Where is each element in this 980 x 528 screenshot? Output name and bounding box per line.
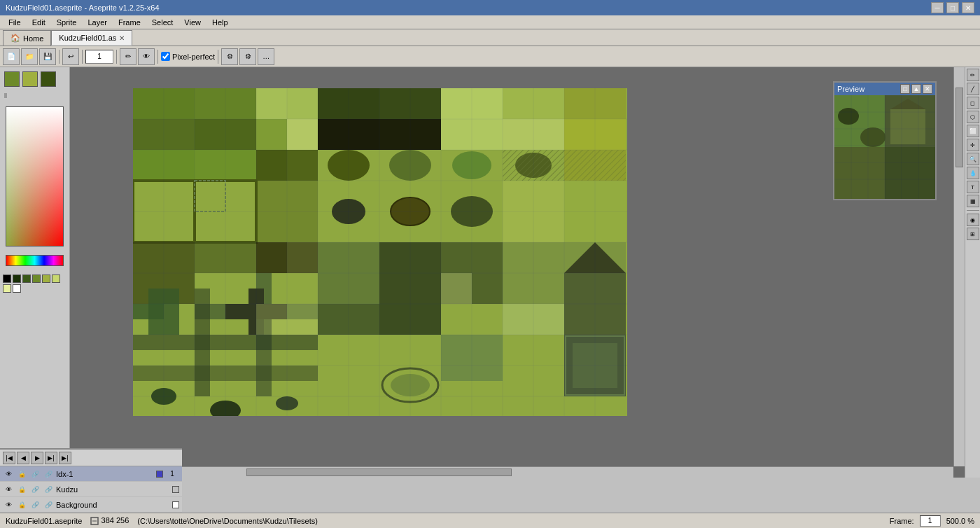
canvas-area[interactable]: Preview □ ▲ ✕ <box>70 67 965 478</box>
zoom-input[interactable] <box>85 50 113 64</box>
layer-row-kudzu[interactable]: 👁 🔒 🔗 🔗 Kudzu <box>0 482 182 497</box>
anim-prev-button[interactable]: ◀ <box>17 452 29 464</box>
right-tool-eraser[interactable]: ◻ <box>967 97 979 109</box>
zoom-suffix: % <box>967 517 974 525</box>
menu-edit[interactable]: Edit <box>27 17 51 28</box>
palette-swatch-3[interactable] <box>32 275 41 283</box>
palette-swatch-5[interactable] <box>52 275 60 283</box>
status-right: Frame: 500.0 % <box>890 515 974 527</box>
preview-restore-button[interactable]: □ <box>900 84 910 94</box>
svg-rect-41 <box>256 242 287 273</box>
layer-row-background[interactable]: 👁 🔒 🔗 🔗 Background <box>0 497 182 513</box>
minimize-button[interactable]: ─ <box>931 2 944 13</box>
right-tool-line[interactable]: ╱ <box>967 83 979 95</box>
preview-maximize-button[interactable]: ▲ <box>911 84 921 94</box>
toolbar-brush-button[interactable]: ✏ <box>120 48 136 65</box>
layer-lock-icon-bg[interactable]: 🔒 <box>16 499 27 510</box>
h-scrollbar[interactable] <box>70 466 953 478</box>
layer-name-idx1: Idx-1 <box>56 470 154 478</box>
menu-layer[interactable]: Layer <box>82 17 113 28</box>
preview-window: Preview □ ▲ ✕ <box>833 81 937 200</box>
preview-controls: □ ▲ ✕ <box>900 84 932 94</box>
layer-visibility-icon-idx1[interactable]: 👁 <box>3 468 14 480</box>
background-color[interactable] <box>22 71 38 87</box>
menu-sprite[interactable]: Sprite <box>51 17 83 28</box>
frame-input[interactable] <box>920 515 941 527</box>
preview-title-bar[interactable]: Preview □ ▲ ✕ <box>834 83 935 95</box>
layer-link2-icon-kudzu[interactable]: 🔗 <box>43 484 54 495</box>
toolbar-settings-button[interactable]: ⚙ <box>221 48 238 65</box>
toolbar-new-button[interactable]: 📄 <box>3 48 20 65</box>
toolbar-save-button[interactable]: 💾 <box>39 48 56 65</box>
right-tool-pencil[interactable]: ✏ <box>967 69 979 81</box>
svg-point-107 <box>838 108 859 125</box>
right-panel: ✏ ╱ ◻ ⬡ ⬜ ✛ 🔍 💧 T ▦ ◉ ⊞ <box>965 67 980 478</box>
right-tool-extra2[interactable]: ⊞ <box>967 228 979 240</box>
menu-frame[interactable]: Frame <box>113 17 146 28</box>
layer-link-icon-bg[interactable]: 🔗 <box>29 499 41 510</box>
layer-visibility-icon-kudzu[interactable]: 👁 <box>3 484 14 495</box>
layer-frame-idx1: 1 <box>165 470 179 478</box>
toolbar-open-button[interactable]: 📁 <box>21 48 38 65</box>
anim-play-button[interactable]: ▶ <box>31 452 43 464</box>
layer-link-icon-idx1[interactable]: 🔗 <box>29 468 41 480</box>
preview-close-button[interactable]: ✕ <box>923 84 932 94</box>
palette-swatch-2[interactable] <box>22 275 31 283</box>
outline-color[interactable] <box>41 71 56 87</box>
menu-help[interactable]: Help <box>206 17 234 28</box>
toolbar-undo-button[interactable]: ↩ <box>62 48 79 65</box>
h-scroll-thumb[interactable] <box>246 468 512 476</box>
anim-next-button[interactable]: ▶| <box>45 452 57 464</box>
title-bar-title: KudzuField01.aseprite - Aseprite v1.2.25… <box>6 4 160 12</box>
tab-bar: 🏠 Home KudzuField01.as ✕ <box>0 29 980 46</box>
palette-swatch-6[interactable] <box>3 284 11 293</box>
toolbar-more-button[interactable]: … <box>258 48 274 65</box>
close-button[interactable]: ✕ <box>962 2 974 13</box>
v-scrollbar[interactable] <box>953 67 965 466</box>
svg-point-108 <box>860 127 886 147</box>
v-scroll-thumb[interactable] <box>955 88 963 167</box>
right-tool-eyedrop[interactable]: 💧 <box>967 167 979 179</box>
title-bar-controls: ─ □ ✕ <box>931 2 974 13</box>
palette-swatch-4[interactable] <box>42 275 50 283</box>
right-tool-zoom[interactable]: 🔍 <box>967 153 979 165</box>
toolbar-eyedrop-button[interactable]: 👁 <box>138 48 155 65</box>
tab-sprite-file[interactable]: KudzuField01.as ✕ <box>51 30 132 46</box>
right-tool-text[interactable]: T <box>967 181 979 193</box>
zoom-value: 500.0 % <box>946 517 974 525</box>
color-spectrum-bar[interactable] <box>6 255 64 266</box>
layer-row-idx1[interactable]: 👁 🔓 🔗 🔗 Idx-1 1 <box>0 466 182 482</box>
status-filepath: (C:\Users\totte\OneDrive\Documents\Kudzu… <box>137 517 318 525</box>
palette-swatch-1[interactable] <box>13 275 21 283</box>
anim-last-button[interactable]: ▶| <box>59 452 71 464</box>
pixel-perfect-label[interactable]: Pixel-perfect <box>161 52 215 61</box>
maximize-button[interactable]: □ <box>946 2 959 13</box>
svg-rect-105 <box>890 109 925 144</box>
toolbar-settings2-button[interactable]: ⚙ <box>239 48 256 65</box>
color-gradient-picker[interactable] <box>6 106 64 246</box>
layer-visibility-icon-bg[interactable]: 👁 <box>3 499 14 510</box>
tab-home[interactable]: 🏠 Home <box>3 30 51 46</box>
right-tool-move[interactable]: ✛ <box>967 139 979 151</box>
palette-swatch-7[interactable] <box>13 284 21 293</box>
tab-close-icon[interactable]: ✕ <box>119 34 125 42</box>
right-tool-extra1[interactable]: ◉ <box>967 214 979 226</box>
pixel-perfect-checkbox[interactable] <box>161 52 170 61</box>
palette-swatch-0[interactable] <box>3 275 11 283</box>
toolbar-separator-4 <box>158 50 158 64</box>
right-tool-fill[interactable]: ⬡ <box>967 111 979 123</box>
menu-view[interactable]: View <box>178 17 206 28</box>
layer-link2-icon-idx1[interactable]: 🔗 <box>43 468 54 480</box>
menu-file[interactable]: File <box>3 17 27 28</box>
foreground-color[interactable] <box>4 71 20 87</box>
right-tool-gradient[interactable]: ▦ <box>967 195 979 207</box>
menu-select[interactable]: Select <box>146 17 179 28</box>
layer-lock-icon-kudzu[interactable]: 🔒 <box>16 484 27 495</box>
layer-lock-icon-idx1[interactable]: 🔓 <box>16 468 27 480</box>
anim-first-button[interactable]: |◀ <box>3 452 15 464</box>
toolbar: 📄 📁 💾 ↩ ✏ 👁 Pixel-perfect ⚙ ⚙ … <box>0 46 980 67</box>
shortcut-indicator: ll <box>0 91 69 101</box>
layer-link-icon-kudzu[interactable]: 🔗 <box>29 484 41 495</box>
right-tool-select[interactable]: ⬜ <box>967 125 979 137</box>
layer-link2-icon-bg[interactable]: 🔗 <box>43 499 54 510</box>
